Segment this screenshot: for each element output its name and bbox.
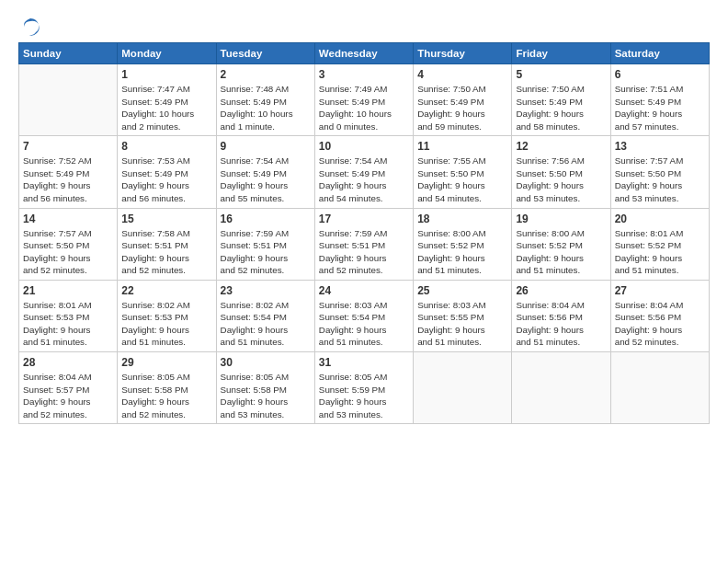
calendar-week-5: 28Sunrise: 8:04 AMSunset: 5:57 PMDayligh… (19, 352, 710, 424)
cell-date-number: 2 (221, 67, 311, 82)
cell-date-number: 20 (615, 212, 705, 226)
calendar-cell: 13Sunrise: 7:57 AMSunset: 5:50 PMDayligh… (610, 136, 709, 208)
cell-date-number: 12 (516, 139, 606, 154)
cell-date-number: 27 (615, 283, 705, 298)
calendar-cell: 9Sunrise: 7:54 AMSunset: 5:49 PMDaylight… (216, 136, 314, 208)
calendar-cell: 11Sunrise: 7:55 AMSunset: 5:50 PMDayligh… (414, 136, 512, 208)
calendar-cell: 23Sunrise: 8:02 AMSunset: 5:54 PMDayligh… (216, 280, 314, 351)
logo (18, 17, 40, 33)
cell-info-text: Sunrise: 7:47 AMSunset: 5:49 PMDaylight:… (121, 83, 211, 132)
calendar-week-1: 1Sunrise: 7:47 AMSunset: 5:49 PMDaylight… (19, 64, 710, 136)
calendar-cell: 6Sunrise: 7:51 AMSunset: 5:49 PMDaylight… (610, 64, 709, 136)
calendar-cell: 3Sunrise: 7:49 AMSunset: 5:49 PMDaylight… (314, 64, 413, 136)
calendar-week-3: 14Sunrise: 7:57 AMSunset: 5:50 PMDayligh… (19, 208, 710, 280)
calendar-cell: 17Sunrise: 7:59 AMSunset: 5:51 PMDayligh… (314, 208, 413, 280)
cell-date-number: 18 (417, 212, 507, 226)
calendar-week-2: 7Sunrise: 7:52 AMSunset: 5:49 PMDaylight… (19, 136, 710, 208)
weekday-header-monday: Monday (118, 43, 216, 64)
cell-info-text: Sunrise: 7:56 AMSunset: 5:50 PMDaylight:… (516, 155, 606, 204)
calendar-cell: 10Sunrise: 7:54 AMSunset: 5:49 PMDayligh… (314, 136, 413, 208)
weekday-header-saturday: Saturday (610, 43, 709, 64)
cell-info-text: Sunrise: 7:54 AMSunset: 5:49 PMDaylight:… (319, 155, 409, 204)
page-header (18, 17, 710, 33)
calendar-cell: 5Sunrise: 7:50 AMSunset: 5:49 PMDaylight… (512, 64, 610, 136)
cell-date-number: 23 (221, 283, 311, 298)
weekday-header-sunday: Sunday (19, 43, 118, 64)
calendar-table: SundayMondayTuesdayWednesdayThursdayFrid… (18, 42, 710, 424)
cell-info-text: Sunrise: 8:00 AMSunset: 5:52 PMDaylight:… (516, 227, 606, 277)
cell-date-number: 17 (319, 212, 409, 226)
calendar-cell: 26Sunrise: 8:04 AMSunset: 5:56 PMDayligh… (512, 280, 610, 351)
cell-info-text: Sunrise: 8:02 AMSunset: 5:53 PMDaylight:… (121, 299, 211, 349)
calendar-page: SundayMondayTuesdayWednesdayThursdayFrid… (0, 0, 728, 563)
calendar-cell: 18Sunrise: 8:00 AMSunset: 5:52 PMDayligh… (414, 208, 512, 280)
cell-info-text: Sunrise: 7:50 AMSunset: 5:49 PMDaylight:… (417, 83, 507, 132)
cell-date-number: 30 (221, 355, 311, 370)
cell-date-number: 29 (121, 355, 211, 370)
cell-info-text: Sunrise: 7:57 AMSunset: 5:50 PMDaylight:… (23, 227, 113, 277)
cell-date-number: 28 (23, 355, 113, 370)
calendar-cell: 16Sunrise: 7:59 AMSunset: 5:51 PMDayligh… (216, 208, 314, 280)
cell-date-number: 21 (23, 283, 113, 298)
cell-info-text: Sunrise: 7:57 AMSunset: 5:50 PMDaylight:… (615, 155, 705, 204)
cell-date-number: 22 (121, 283, 211, 298)
calendar-cell: 24Sunrise: 8:03 AMSunset: 5:54 PMDayligh… (314, 280, 413, 351)
calendar-cell: 15Sunrise: 7:58 AMSunset: 5:51 PMDayligh… (118, 208, 216, 280)
cell-date-number: 25 (417, 283, 507, 298)
cell-date-number: 6 (615, 67, 705, 82)
cell-info-text: Sunrise: 7:58 AMSunset: 5:51 PMDaylight:… (121, 227, 211, 277)
cell-date-number: 7 (23, 139, 113, 154)
logo-icon (20, 17, 40, 37)
cell-info-text: Sunrise: 7:50 AMSunset: 5:49 PMDaylight:… (516, 83, 606, 132)
cell-date-number: 15 (121, 212, 211, 226)
weekday-header-wednesday: Wednesday (314, 43, 413, 64)
calendar-cell: 22Sunrise: 8:02 AMSunset: 5:53 PMDayligh… (118, 280, 216, 351)
calendar-cell: 12Sunrise: 7:56 AMSunset: 5:50 PMDayligh… (512, 136, 610, 208)
calendar-cell: 31Sunrise: 8:05 AMSunset: 5:59 PMDayligh… (314, 352, 413, 424)
calendar-cell: 7Sunrise: 7:52 AMSunset: 5:49 PMDaylight… (19, 136, 118, 208)
cell-info-text: Sunrise: 8:02 AMSunset: 5:54 PMDaylight:… (221, 299, 311, 349)
cell-date-number: 8 (121, 139, 211, 154)
calendar-cell: 28Sunrise: 8:04 AMSunset: 5:57 PMDayligh… (19, 352, 118, 424)
calendar-cell: 30Sunrise: 8:05 AMSunset: 5:58 PMDayligh… (216, 352, 314, 424)
cell-date-number: 5 (516, 67, 606, 82)
cell-info-text: Sunrise: 8:04 AMSunset: 5:56 PMDaylight:… (516, 299, 606, 349)
calendar-cell: 20Sunrise: 8:01 AMSunset: 5:52 PMDayligh… (610, 208, 709, 280)
weekday-header-row: SundayMondayTuesdayWednesdayThursdayFrid… (19, 43, 710, 64)
cell-info-text: Sunrise: 7:59 AMSunset: 5:51 PMDaylight:… (221, 227, 311, 277)
calendar-cell (512, 352, 610, 424)
cell-info-text: Sunrise: 8:05 AMSunset: 5:58 PMDaylight:… (221, 371, 311, 420)
cell-info-text: Sunrise: 7:59 AMSunset: 5:51 PMDaylight:… (319, 227, 409, 277)
calendar-week-4: 21Sunrise: 8:01 AMSunset: 5:53 PMDayligh… (19, 280, 710, 351)
cell-info-text: Sunrise: 8:01 AMSunset: 5:53 PMDaylight:… (23, 299, 113, 349)
cell-info-text: Sunrise: 7:54 AMSunset: 5:49 PMDaylight:… (221, 155, 311, 204)
calendar-cell: 1Sunrise: 7:47 AMSunset: 5:49 PMDaylight… (118, 64, 216, 136)
cell-info-text: Sunrise: 7:52 AMSunset: 5:49 PMDaylight:… (23, 155, 113, 204)
cell-info-text: Sunrise: 8:03 AMSunset: 5:54 PMDaylight:… (319, 299, 409, 349)
weekday-header-tuesday: Tuesday (216, 43, 314, 64)
calendar-cell: 27Sunrise: 8:04 AMSunset: 5:56 PMDayligh… (610, 280, 709, 351)
calendar-cell: 8Sunrise: 7:53 AMSunset: 5:49 PMDaylight… (118, 136, 216, 208)
calendar-cell (610, 352, 709, 424)
cell-date-number: 31 (319, 355, 409, 370)
cell-info-text: Sunrise: 8:04 AMSunset: 5:56 PMDaylight:… (615, 299, 705, 349)
calendar-cell: 21Sunrise: 8:01 AMSunset: 5:53 PMDayligh… (19, 280, 118, 351)
cell-date-number: 19 (516, 212, 606, 226)
calendar-cell: 4Sunrise: 7:50 AMSunset: 5:49 PMDaylight… (414, 64, 512, 136)
calendar-cell: 2Sunrise: 7:48 AMSunset: 5:49 PMDaylight… (216, 64, 314, 136)
calendar-cell: 19Sunrise: 8:00 AMSunset: 5:52 PMDayligh… (512, 208, 610, 280)
calendar-cell: 29Sunrise: 8:05 AMSunset: 5:58 PMDayligh… (118, 352, 216, 424)
cell-date-number: 26 (516, 283, 606, 298)
cell-info-text: Sunrise: 8:04 AMSunset: 5:57 PMDaylight:… (23, 371, 113, 420)
cell-info-text: Sunrise: 7:51 AMSunset: 5:49 PMDaylight:… (615, 83, 705, 132)
cell-info-text: Sunrise: 8:05 AMSunset: 5:59 PMDaylight:… (319, 371, 409, 420)
cell-date-number: 14 (23, 212, 113, 226)
cell-info-text: Sunrise: 8:00 AMSunset: 5:52 PMDaylight:… (417, 227, 507, 277)
cell-info-text: Sunrise: 8:03 AMSunset: 5:55 PMDaylight:… (417, 299, 507, 349)
cell-info-text: Sunrise: 7:53 AMSunset: 5:49 PMDaylight:… (121, 155, 211, 204)
weekday-header-friday: Friday (512, 43, 610, 64)
cell-info-text: Sunrise: 8:01 AMSunset: 5:52 PMDaylight:… (615, 227, 705, 277)
calendar-cell (414, 352, 512, 424)
cell-date-number: 13 (615, 139, 705, 154)
calendar-cell (19, 64, 118, 136)
